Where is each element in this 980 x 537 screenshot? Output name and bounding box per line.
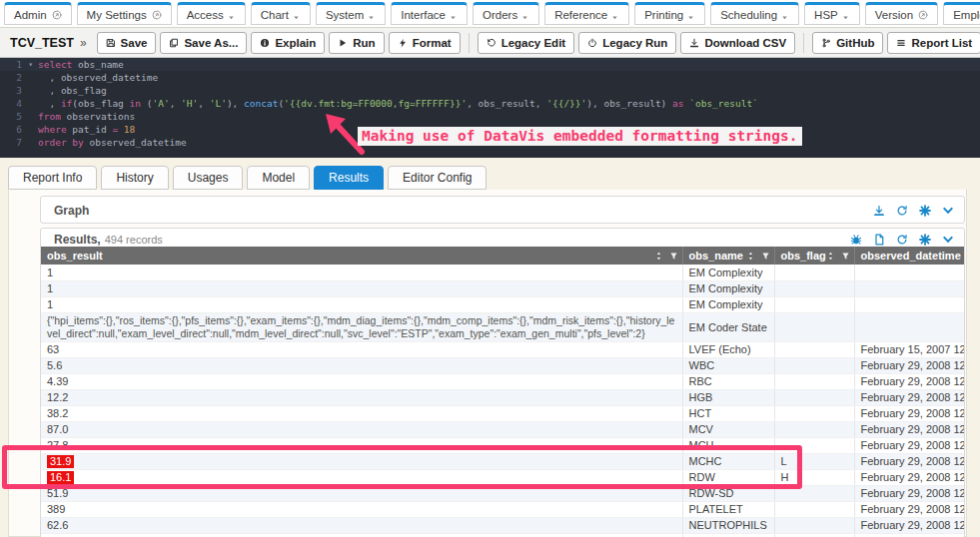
tab-editor-config[interactable]: Editor Config xyxy=(388,166,487,190)
gear-icon xyxy=(919,234,931,246)
cell-observed-datetime xyxy=(854,312,965,341)
cell-obs-name: MCHC xyxy=(682,453,774,469)
cell-obs-flag xyxy=(774,296,854,312)
file-icon xyxy=(873,234,885,246)
bug-icon[interactable] xyxy=(850,234,862,246)
sort-icon[interactable] xyxy=(746,252,755,261)
save-as-button[interactable]: Save As... xyxy=(160,32,247,54)
top-tab-version[interactable]: Version xyxy=(865,2,938,25)
github-button[interactable]: GitHub xyxy=(812,32,883,54)
save-icon xyxy=(106,38,116,48)
cell-obs-name: RBC xyxy=(682,373,774,389)
tab-usages[interactable]: Usages xyxy=(173,166,244,190)
cell-observed-datetime: February 29, 2008 12:58 PM xyxy=(854,357,965,373)
cell-obs-flag xyxy=(774,421,854,437)
top-tab-printing[interactable]: Printing xyxy=(634,2,705,25)
cell-observed-datetime: February 15, 2007 12:00 AM xyxy=(854,341,965,357)
refresh-icon[interactable] xyxy=(896,234,908,246)
code-line-2: 2 , observed_datetime xyxy=(0,71,980,84)
filter-icon xyxy=(841,252,850,261)
caret-down-icon xyxy=(610,13,619,22)
top-tab-label: Reference xyxy=(554,9,607,21)
sort-icon xyxy=(654,252,663,261)
table-row: 38.2HCTFebruary 29, 2008 12:58 PM xyxy=(41,405,965,421)
cell-obs-name: PLATELET xyxy=(682,501,774,517)
refresh-icon xyxy=(896,234,908,246)
external-link-icon[interactable] xyxy=(52,10,62,20)
format-button[interactable]: Format xyxy=(389,32,461,54)
tab-history[interactable]: History xyxy=(101,166,168,190)
sort-icon[interactable] xyxy=(654,252,663,261)
explain-button[interactable]: Explain xyxy=(251,32,325,54)
button-label: Save xyxy=(121,37,148,49)
toolbar-divider xyxy=(803,33,804,53)
download-csv-button[interactable]: Download CSV xyxy=(680,32,795,54)
top-tab-hsp[interactable]: HSP xyxy=(804,2,860,25)
gear-icon[interactable] xyxy=(919,205,931,217)
top-tab-interface[interactable]: Interface xyxy=(391,2,468,25)
top-tab-access[interactable]: Access xyxy=(177,2,246,25)
code-line-1: 1▾select obs_name xyxy=(0,58,980,71)
cell-obs-result: 389 xyxy=(41,501,682,517)
external-link-icon[interactable] xyxy=(918,10,928,20)
chevron-down-icon[interactable] xyxy=(942,234,954,246)
download-icon xyxy=(689,38,699,48)
cell-obs-result: {"hpi_items":{},"ros_items":{},"pfs_item… xyxy=(41,312,682,341)
column-header-obs-result[interactable]: obs_result xyxy=(41,247,682,265)
column-label: obs_result xyxy=(47,250,103,262)
tab-results[interactable]: Results xyxy=(314,166,384,190)
line-number: 6 xyxy=(0,123,26,136)
chevron-down-icon[interactable] xyxy=(942,205,954,217)
legacy-edit-button[interactable]: Legacy Edit xyxy=(478,32,575,54)
download-icon[interactable] xyxy=(873,205,885,217)
top-tab-admin[interactable]: Admin xyxy=(4,2,72,25)
sort-icon[interactable] xyxy=(826,252,835,261)
tab-report-info[interactable]: Report Info xyxy=(8,166,97,190)
column-header-obs-flag[interactable]: obs_flag xyxy=(774,247,854,265)
top-tab-system[interactable]: System xyxy=(316,2,386,25)
tab-model[interactable]: Model xyxy=(247,166,310,190)
cell-obs-flag xyxy=(774,517,854,533)
file-icon[interactable] xyxy=(873,234,885,246)
legacy-run-button[interactable]: Legacy Run xyxy=(578,32,676,54)
top-tab-reference[interactable]: Reference xyxy=(544,2,629,25)
top-tab-employer-organizations[interactable]: Employer Organizations xyxy=(943,2,980,25)
cell-obs-result: 38.2 xyxy=(41,405,682,421)
cell-obs-flag xyxy=(774,312,854,341)
cell-obs-flag xyxy=(774,501,854,517)
top-tab-orders[interactable]: Orders xyxy=(473,2,539,25)
cell-obs-result: 62.6 xyxy=(41,517,682,533)
button-label: GitHub xyxy=(836,37,874,49)
table-row: 1EM Complexity xyxy=(41,296,965,312)
column-header-observed-datetime[interactable]: observed_datetime xyxy=(854,247,965,265)
save-button[interactable]: Save xyxy=(97,32,157,54)
caret-down-icon xyxy=(367,13,376,22)
external-link-icon xyxy=(918,10,928,20)
results-panel-header: Results,494 records xyxy=(41,229,964,247)
column-label: obs_name xyxy=(689,250,743,262)
cell-observed-datetime: February 29, 2008 12:58 PM xyxy=(854,469,965,485)
refresh-icon[interactable] xyxy=(896,205,908,217)
run-button[interactable]: Run xyxy=(329,32,384,54)
cell-obs-result: 4.39 xyxy=(41,373,682,389)
filter-icon[interactable] xyxy=(841,252,850,261)
top-tab-scheduling[interactable]: Scheduling xyxy=(710,2,799,25)
cell-observed-datetime: February 29, 2008 12:58 PM xyxy=(854,389,965,405)
external-link-icon[interactable] xyxy=(152,10,162,20)
formatted-result-value: 31.9 xyxy=(47,455,74,468)
top-tab-chart[interactable]: Chart xyxy=(251,2,311,25)
result-tabs: Report InfoHistoryUsagesModelResultsEdit… xyxy=(8,164,487,190)
top-tab-my-settings[interactable]: My Settings xyxy=(77,2,172,25)
sort-icon xyxy=(826,252,835,261)
cell-obs-name: HCT xyxy=(682,405,774,421)
column-header-obs-name[interactable]: obs_name xyxy=(682,247,774,265)
report-title-chevron[interactable]: » xyxy=(80,36,87,50)
fold-caret-icon[interactable]: ▾ xyxy=(28,58,33,71)
filter-icon[interactable] xyxy=(669,252,678,261)
gear-icon[interactable] xyxy=(919,234,931,246)
report-list-button[interactable]: Report List xyxy=(887,32,980,54)
cell-obs-name: LVEF (Echo) xyxy=(682,341,774,357)
filter-icon[interactable] xyxy=(761,252,770,261)
filter-icon xyxy=(761,252,770,261)
cell-obs-result: 31.9 xyxy=(41,453,682,469)
